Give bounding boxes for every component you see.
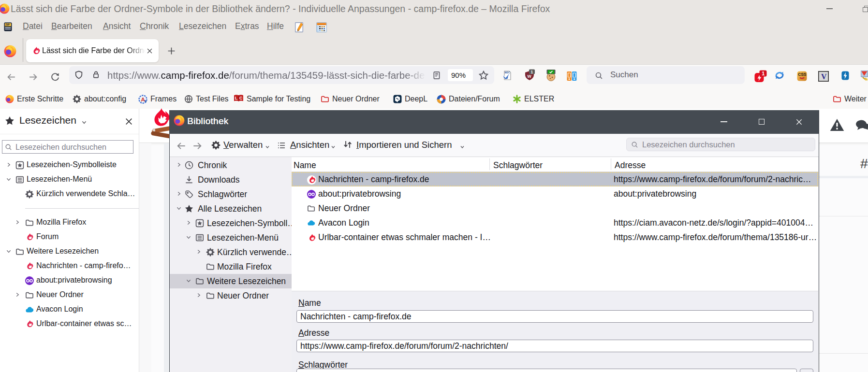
- svg-text:ZIP: ZIP: [5, 23, 10, 26]
- svg-text:A: A: [141, 96, 145, 102]
- svg-text:1: 1: [762, 71, 765, 76]
- svg-text:1: 1: [531, 70, 533, 74]
- svg-text:C: C: [239, 96, 243, 100]
- svg-text:CSS: CSS: [798, 72, 807, 77]
- svg-text:V: V: [821, 72, 827, 81]
- svg-text:L: L: [235, 96, 238, 100]
